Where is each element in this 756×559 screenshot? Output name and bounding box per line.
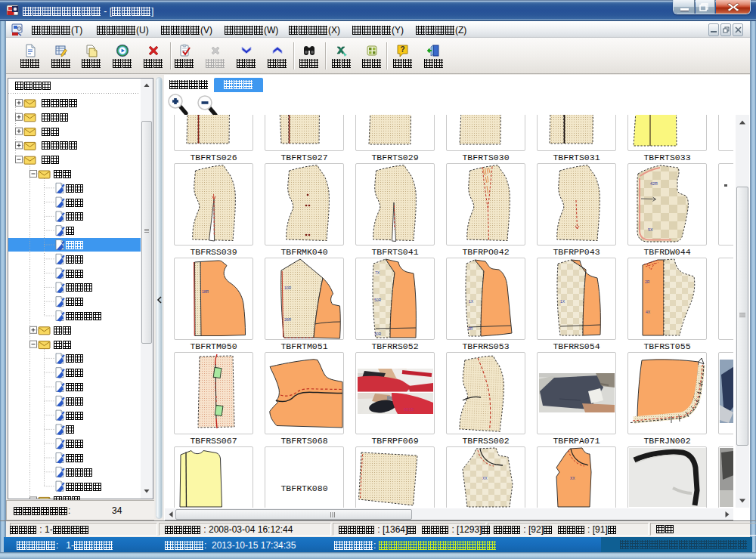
svg-text:2R: 2R: [645, 280, 650, 284]
svg-text:18R: 18R: [202, 289, 209, 294]
svg-text:6015: 6015: [404, 407, 414, 412]
svg-text:XX: XX: [482, 476, 488, 480]
svg-text:2R: 2R: [468, 326, 473, 331]
svg-text:50R: 50R: [374, 298, 382, 302]
svg-text:?: ?: [400, 45, 404, 54]
svg-text:1X: 1X: [469, 299, 474, 304]
svg-text:5X: 5X: [648, 227, 653, 232]
svg-text:7X: 7X: [375, 270, 380, 275]
svg-text:1X: 1X: [560, 299, 565, 304]
svg-text:4X: 4X: [646, 310, 651, 314]
svg-text:30R: 30R: [374, 332, 382, 336]
svg-text:42R: 42R: [650, 181, 658, 186]
svg-text:10R: 10R: [284, 286, 292, 290]
svg-text:XX: XX: [570, 476, 575, 480]
svg-text:26R: 26R: [284, 317, 292, 322]
